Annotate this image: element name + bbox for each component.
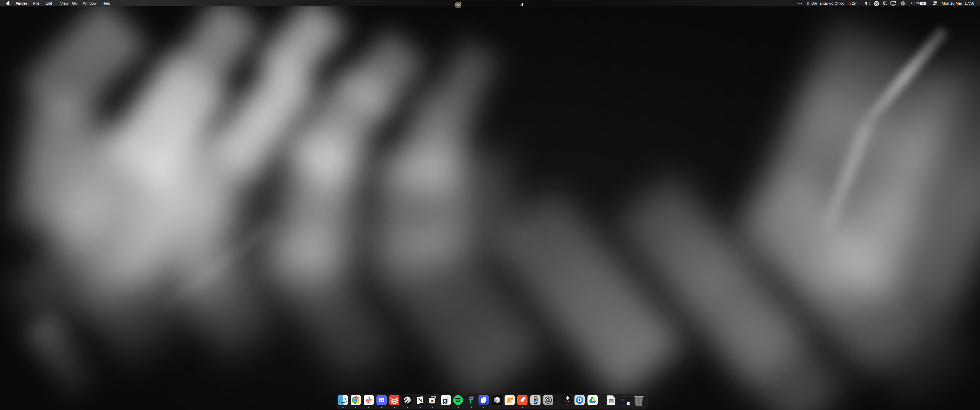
- svg-text:raycast: raycast: [565, 400, 570, 402]
- svg-text:10: 10: [430, 399, 434, 403]
- svg-text:11: 11: [628, 402, 630, 405]
- svg-text:g: g: [442, 396, 447, 404]
- svg-text:N: N: [418, 397, 423, 404]
